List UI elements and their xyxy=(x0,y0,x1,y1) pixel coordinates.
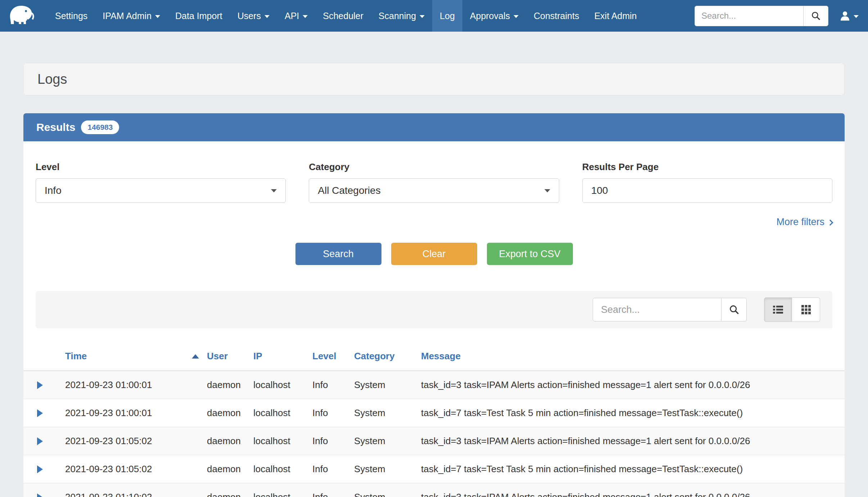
nav-log[interactable]: Log xyxy=(432,0,462,32)
nav-scheduler[interactable]: Scheduler xyxy=(315,0,371,32)
filter-per-page: Results Per Page xyxy=(582,161,832,203)
table-row: 2021-09-23 01:05:02 daemon localhost Inf… xyxy=(23,455,845,483)
chevron-down-icon xyxy=(271,189,277,192)
navbar-search-button[interactable] xyxy=(803,6,828,26)
search-icon xyxy=(729,305,739,315)
nav-scanning[interactable]: Scanning xyxy=(371,0,432,32)
per-page-label: Results Per Page xyxy=(582,161,832,173)
page-title: Logs xyxy=(37,72,67,87)
level-label: Level xyxy=(36,161,286,173)
navbar-right xyxy=(695,0,859,32)
nav-settings[interactable]: Settings xyxy=(48,0,95,32)
filters-row: Level Info Category All Categories Resul… xyxy=(23,161,845,203)
table-header-row: Time User IP Level Category Message xyxy=(23,342,845,371)
table-search-input[interactable] xyxy=(593,298,722,322)
per-page-input[interactable] xyxy=(582,178,832,203)
table-toolbar xyxy=(36,291,832,328)
row-expander-icon[interactable] xyxy=(37,409,43,417)
table-row: 2021-09-23 01:00:01 daemon localhost Inf… xyxy=(23,399,845,427)
row-expander-icon[interactable] xyxy=(37,465,43,473)
nav-approvals[interactable]: Approvals xyxy=(462,0,526,32)
row-expander-icon[interactable] xyxy=(37,493,43,497)
nav-data-import[interactable]: Data Import xyxy=(168,0,230,32)
grid-view-icon xyxy=(801,305,811,314)
navbar-search xyxy=(695,6,828,26)
chevron-down-icon xyxy=(155,15,160,18)
table-row: 2021-09-23 01:00:01 daemon localhost Inf… xyxy=(23,371,845,399)
level-select-value: Info xyxy=(45,185,62,196)
results-title: Results xyxy=(36,121,75,133)
search-icon xyxy=(811,11,820,20)
nav-menu: Settings IPAM Admin Data Import Users AP… xyxy=(48,0,645,32)
chevron-down-icon xyxy=(265,15,270,18)
view-toggle-group xyxy=(764,297,820,322)
nav-exit-admin[interactable]: Exit Admin xyxy=(587,0,644,32)
results-panel-body: Level Info Category All Categories Resul… xyxy=(23,141,845,497)
chevron-down-icon xyxy=(854,15,859,18)
column-header-time[interactable]: Time xyxy=(65,351,207,362)
row-expander-icon[interactable] xyxy=(37,381,43,389)
level-select[interactable]: Info xyxy=(36,178,286,203)
category-select[interactable]: All Categories xyxy=(309,178,559,203)
column-header-category[interactable]: Category xyxy=(354,351,421,362)
filter-category: Category All Categories xyxy=(309,161,559,203)
nav-api[interactable]: API xyxy=(277,0,315,32)
main-content: Logs Results 146983 Level Info Category xyxy=(0,63,868,497)
phpipam-logo[interactable] xyxy=(0,0,42,32)
page-title-bar: Logs xyxy=(23,63,845,95)
chevron-right-icon xyxy=(827,219,833,225)
chevron-down-icon xyxy=(303,15,308,18)
column-header-ip[interactable]: IP xyxy=(253,351,312,362)
action-buttons: Search Clear Export to CSV xyxy=(23,243,845,265)
filter-level: Level Info xyxy=(36,161,286,203)
table-search xyxy=(593,298,747,322)
results-count-badge: 146983 xyxy=(81,120,119,134)
sort-ascending-icon xyxy=(192,354,199,359)
table-row: 2021-09-23 01:05:02 daemon localhost Inf… xyxy=(23,427,845,455)
category-select-value: All Categories xyxy=(318,185,380,196)
search-button[interactable]: Search xyxy=(295,243,381,265)
category-label: Category xyxy=(309,161,559,173)
list-view-button[interactable] xyxy=(764,297,792,322)
chevron-down-icon xyxy=(420,15,425,18)
export-csv-button[interactable]: Export to CSV xyxy=(487,243,573,265)
more-filters-row: More filters xyxy=(23,216,845,228)
table-search-button[interactable] xyxy=(722,298,747,322)
nav-ipam-admin[interactable]: IPAM Admin xyxy=(95,0,168,32)
more-filters-link[interactable]: More filters xyxy=(776,216,832,228)
chevron-down-icon xyxy=(514,15,519,18)
column-header-message[interactable]: Message xyxy=(421,351,845,362)
top-navbar: Settings IPAM Admin Data Import Users AP… xyxy=(0,0,868,32)
column-header-level[interactable]: Level xyxy=(312,351,354,362)
nav-users[interactable]: Users xyxy=(230,0,277,32)
list-view-icon xyxy=(773,305,783,314)
grid-view-button[interactable] xyxy=(792,297,820,322)
nav-constraints[interactable]: Constraints xyxy=(526,0,587,32)
results-panel: Results 146983 Level Info Category All C… xyxy=(23,113,845,497)
user-icon xyxy=(839,10,851,22)
clear-button[interactable]: Clear xyxy=(391,243,477,265)
mammoth-logo-icon xyxy=(6,4,36,28)
row-expander-icon[interactable] xyxy=(37,437,43,445)
navbar-search-input[interactable] xyxy=(695,6,803,26)
results-panel-header: Results 146983 xyxy=(23,113,845,141)
chevron-down-icon xyxy=(544,189,550,192)
column-header-user[interactable]: User xyxy=(207,351,253,362)
log-table: Time User IP Level Category Message 2021… xyxy=(23,342,845,497)
user-menu[interactable] xyxy=(839,10,859,22)
table-row: 2021-09-23 01:10:02 daemon localhost Inf… xyxy=(23,483,845,497)
